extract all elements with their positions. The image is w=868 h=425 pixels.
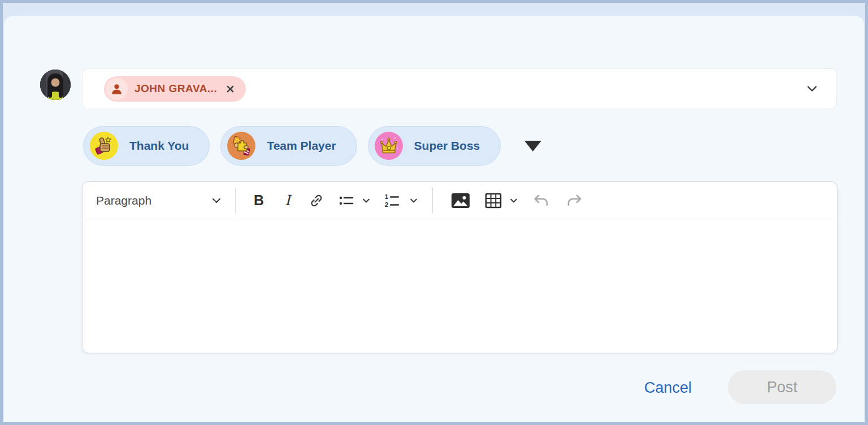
- badges-row: Thank You Team Player: [83, 126, 542, 166]
- recognition-compose-page: JOHN GRAVA...: [0, 0, 868, 425]
- chevron-down-icon: [805, 81, 819, 96]
- image-icon: [451, 193, 470, 209]
- link-button[interactable]: [305, 188, 328, 213]
- link-icon: [309, 193, 324, 209]
- insert-image-button[interactable]: [449, 188, 472, 213]
- post-button[interactable]: Post: [728, 370, 836, 404]
- toolbar-divider: [235, 188, 236, 214]
- thumbs-up-badge-icon: [90, 132, 118, 160]
- cancel-button[interactable]: Cancel: [631, 374, 705, 402]
- redo-button[interactable]: [563, 188, 585, 213]
- crown-badge-icon: [375, 132, 403, 160]
- badge-super-boss[interactable]: Super Boss: [368, 126, 501, 166]
- editor-toolbar: Paragraph B I: [83, 182, 837, 219]
- paragraph-style-label: Paragraph: [96, 194, 151, 207]
- close-icon: [226, 85, 235, 93]
- avatar: [40, 70, 71, 100]
- badge-label: Super Boss: [414, 139, 480, 153]
- svg-text:2: 2: [385, 201, 388, 208]
- recipient-field-expand-button[interactable]: [805, 81, 819, 96]
- undo-button[interactable]: [530, 188, 553, 213]
- table-icon: [485, 193, 502, 209]
- more-badges-button[interactable]: [524, 140, 542, 152]
- rich-text-editor: Paragraph B I: [82, 181, 837, 353]
- undo-icon: [533, 193, 550, 208]
- numbered-list-button[interactable]: 1 2: [380, 188, 404, 213]
- puzzle-badge-icon: [227, 132, 255, 160]
- chevron-down-icon: [509, 196, 519, 206]
- recipient-tag: JOHN GRAVA...: [104, 76, 246, 102]
- paragraph-style-select[interactable]: Paragraph: [96, 194, 223, 207]
- triangle-down-icon: [524, 141, 541, 151]
- chevron-down-icon: [210, 194, 223, 207]
- italic-button[interactable]: I: [277, 188, 298, 213]
- svg-text:1: 1: [385, 193, 388, 200]
- badge-team-player[interactable]: Team Player: [220, 126, 357, 166]
- recipient-field[interactable]: JOHN GRAVA...: [82, 68, 837, 109]
- editor-content[interactable]: [83, 219, 837, 353]
- badge-thank-you[interactable]: Thank You: [83, 126, 210, 166]
- numbered-list-icon: 1 2: [383, 192, 401, 210]
- badge-label: Team Player: [267, 139, 336, 153]
- chevron-down-icon: [361, 196, 371, 206]
- compose-card: JOHN GRAVA...: [4, 16, 864, 422]
- person-icon: [106, 78, 128, 100]
- bold-button[interactable]: B: [248, 188, 270, 213]
- insert-table-button[interactable]: [483, 188, 504, 213]
- bullet-list-options-button[interactable]: [360, 188, 372, 213]
- bullet-list-icon: [338, 192, 355, 209]
- recipient-tag-label: JOHN GRAVA...: [134, 83, 217, 95]
- remove-recipient-button[interactable]: [226, 85, 235, 93]
- badge-label: Thank You: [129, 139, 189, 153]
- numbered-list-options-button[interactable]: [407, 188, 420, 213]
- redo-icon: [566, 193, 583, 208]
- chevron-down-icon: [409, 196, 419, 206]
- table-options-button[interactable]: [507, 188, 520, 213]
- toolbar-divider: [432, 188, 433, 214]
- bullet-list-button[interactable]: [336, 188, 357, 213]
